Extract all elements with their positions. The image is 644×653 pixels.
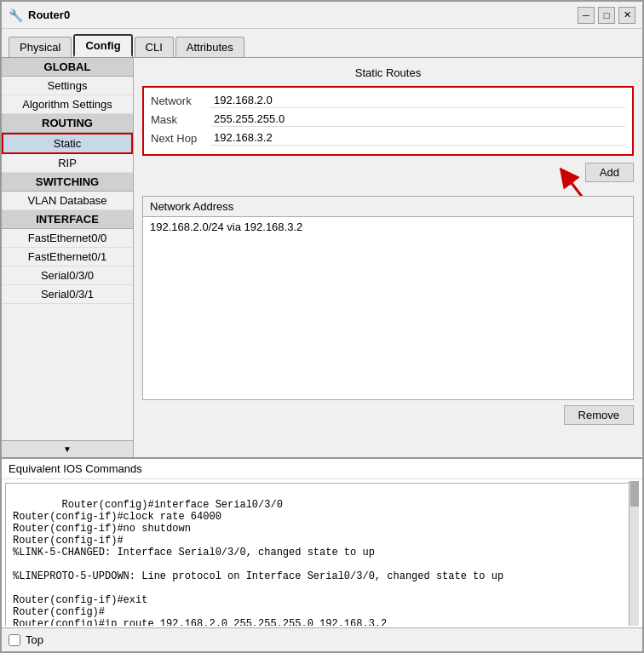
title-bar: 🔧 Router0 ─ □ ✕ [2, 2, 642, 29]
console-text: Router(config)#interface Serial0/3/0 Rou… [13, 499, 503, 626]
nexthop-row: Next Hop [151, 130, 625, 146]
sidebar: GLOBAL Settings Algorithm Settings ROUTI… [2, 58, 134, 457]
nexthop-input[interactable] [210, 130, 625, 146]
main-area: GLOBAL Settings Algorithm Settings ROUTI… [2, 57, 642, 457]
tab-physical[interactable]: Physical [9, 37, 72, 57]
network-table-row[interactable]: 192.168.2.0/24 via 192.168.3.2 [150, 221, 626, 233]
add-button-area: Add [142, 163, 634, 189]
sidebar-item-fastethernet01[interactable]: FastEthernet0/1 [2, 248, 133, 266]
sidebar-item-settings[interactable]: Settings [2, 77, 133, 95]
network-label: Network [151, 95, 210, 107]
sidebar-group-interface: INTERFACE [2, 210, 133, 229]
static-routes-form: Network Mask Next Hop [142, 86, 634, 156]
network-table-header: Network Address [143, 197, 633, 217]
main-window: 🔧 Router0 ─ □ ✕ Physical Config CLI Attr… [0, 0, 644, 653]
sidebar-item-algorithm-settings[interactable]: Algorithm Settings [2, 95, 133, 114]
sidebar-item-fastethernet00[interactable]: FastEthernet0/0 [2, 229, 133, 248]
close-button[interactable]: ✕ [618, 7, 635, 24]
mask-label: Mask [151, 113, 210, 126]
network-table-body: 192.168.2.0/24 via 192.168.3.2 [143, 217, 633, 237]
console-scrollbar[interactable] [629, 481, 639, 626]
title-bar-left: 🔧 Router0 [9, 9, 70, 22]
sidebar-item-serial030[interactable]: Serial0/3/0 [2, 266, 133, 285]
sidebar-scroll-bottom: ▼ [2, 440, 133, 457]
remove-button-row: Remove [142, 405, 634, 425]
maximize-button[interactable]: □ [598, 7, 615, 24]
scroll-down-icon: ▼ [63, 444, 72, 454]
sidebar-group-global: GLOBAL [2, 58, 133, 77]
sidebar-group-routing: ROUTING [2, 114, 133, 133]
console-wrapper: Router(config)#interface Serial0/3/0 Rou… [3, 481, 641, 626]
console-title: Equivalent IOS Commands [2, 459, 642, 479]
network-address-table: Network Address 192.168.2.0/24 via 192.1… [142, 196, 634, 400]
window-controls: ─ □ ✕ [578, 7, 635, 24]
tab-cli[interactable]: CLI [135, 37, 174, 57]
sidebar-item-vlan-database[interactable]: VLAN Database [2, 192, 133, 210]
router-icon: 🔧 [9, 9, 23, 22]
sidebar-scroll: GLOBAL Settings Algorithm Settings ROUTI… [2, 58, 133, 440]
top-checkbox[interactable] [9, 634, 20, 646]
scrollbar-thumb [630, 481, 639, 507]
tab-config[interactable]: Config [73, 34, 132, 57]
sidebar-item-static[interactable]: Static [2, 133, 133, 154]
remove-button[interactable]: Remove [564, 405, 634, 425]
network-row: Network [151, 93, 625, 108]
sidebar-item-rip[interactable]: RIP [2, 154, 133, 173]
nexthop-label: Next Hop [151, 132, 210, 145]
sidebar-group-switching: SWITCHING [2, 173, 133, 192]
mask-row: Mask [151, 112, 625, 127]
window-title: Router0 [28, 9, 70, 21]
content-area: Static Routes Network Mask Next Hop [134, 58, 642, 457]
mask-input[interactable] [210, 112, 625, 127]
add-button[interactable]: Add [585, 163, 634, 182]
section-title: Static Routes [142, 66, 634, 79]
network-input[interactable] [210, 93, 625, 108]
status-bar: Top [2, 627, 642, 651]
add-button-row: Add [142, 163, 634, 182]
tab-attributes[interactable]: Attributes [175, 37, 244, 57]
console-content[interactable]: Router(config)#interface Serial0/3/0 Rou… [5, 483, 639, 626]
console-area: Equivalent IOS Commands Router(config)#i… [2, 457, 642, 627]
top-label: Top [26, 633, 43, 646]
minimize-button[interactable]: ─ [578, 7, 595, 24]
tabs-bar: Physical Config CLI Attributes [2, 29, 642, 57]
sidebar-item-serial031[interactable]: Serial0/3/1 [2, 285, 133, 304]
